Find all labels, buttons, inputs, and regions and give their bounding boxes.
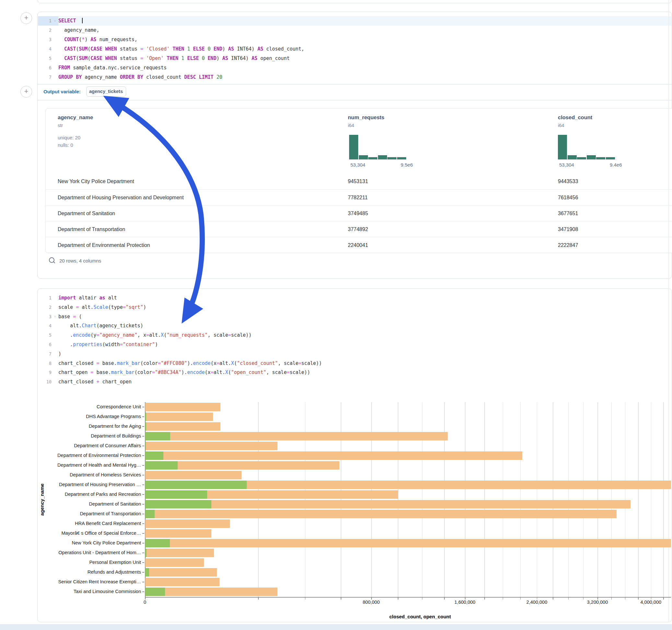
table-row[interactable]: Department of Environmental Protection22… xyxy=(46,237,672,253)
output-variable-field[interactable]: agency_tickets xyxy=(86,87,126,97)
cell-divider xyxy=(38,84,672,84)
x-tick xyxy=(568,598,569,600)
y-axis-label: Mayorâ€ s Office of Special Enforce… xyxy=(41,531,141,536)
open-count-bar xyxy=(145,452,163,460)
open-count-bar xyxy=(145,422,146,431)
x-tick xyxy=(503,598,503,600)
y-axis-label: DHS Advantage Programs xyxy=(41,414,141,419)
open-count-bar xyxy=(145,413,146,421)
fold-gutter xyxy=(51,26,58,35)
table-cell: 2222847 xyxy=(558,237,578,253)
gridline xyxy=(651,402,652,597)
code-line: 10chart_closed + chart_open xyxy=(38,377,671,387)
table-cell: 7782211 xyxy=(348,190,368,205)
table-row[interactable]: Department of Transportation377489234719… xyxy=(46,221,672,237)
y-tick xyxy=(142,475,144,476)
gridline xyxy=(583,402,584,597)
fold-gutter xyxy=(51,321,58,331)
closed-count-bar xyxy=(145,510,617,518)
line-number: 9 xyxy=(38,368,51,377)
line-number: 3 xyxy=(38,35,51,44)
line-number: 7 xyxy=(38,349,51,359)
add-cell-button[interactable]: + xyxy=(20,86,32,98)
closed-count-bar xyxy=(145,500,630,509)
y-tick xyxy=(142,504,144,505)
x-tick xyxy=(638,598,639,600)
open-count-bar xyxy=(145,549,146,557)
closed-count-bar xyxy=(145,539,671,548)
closed-count-bar xyxy=(145,452,522,460)
y-tick xyxy=(142,465,144,466)
line-number: 6 xyxy=(38,63,51,73)
code-line: 2 agency_name, xyxy=(38,26,671,35)
x-axis-tick-label: 2,400,000 xyxy=(526,600,548,605)
code-line: 4 alt.Chart(agency_tickets) xyxy=(38,321,671,331)
fold-chevron-icon[interactable]: ˅ xyxy=(51,312,58,321)
x-tick xyxy=(611,598,612,600)
line-number: 2 xyxy=(38,303,51,312)
table-cell: Department of Transportation xyxy=(58,221,125,237)
table-cell: Department of Environmental Protection xyxy=(58,237,150,253)
column-type: str xyxy=(58,123,63,128)
closed-count-bar xyxy=(145,529,211,538)
x-tick xyxy=(663,598,664,600)
open-count-bar xyxy=(145,539,170,548)
closed-count-bar xyxy=(145,587,278,596)
gridline xyxy=(625,402,626,597)
fold-chevron-icon[interactable]: ˅ xyxy=(51,16,58,26)
gridline xyxy=(568,402,569,597)
closed-count-bar xyxy=(145,568,217,577)
sql-cell: 1˅SELECT 2 agency_name,3 COUNT(*) AS num… xyxy=(37,12,672,279)
y-axis-label: Refunds and Adjustments xyxy=(41,570,141,575)
column-header[interactable]: num_requests xyxy=(348,114,384,121)
gridline xyxy=(553,402,553,597)
column-stat-nulls: nulls: 0 xyxy=(58,142,73,148)
line-number: 8 xyxy=(38,359,51,368)
search-icon[interactable] xyxy=(49,257,54,263)
column-type: i64 xyxy=(558,123,564,128)
table-row[interactable]: New York City Police Department945313194… xyxy=(46,173,672,189)
code-line: 3 COUNT(*) AS num_requests, xyxy=(38,35,671,44)
x-axis-tick-label: 4,000,000 xyxy=(641,600,662,605)
y-tick xyxy=(142,543,144,543)
line-number: 10 xyxy=(38,377,51,387)
histogram-bar xyxy=(568,155,577,160)
sql-editor[interactable]: 1˅SELECT 2 agency_name,3 COUNT(*) AS num… xyxy=(38,16,671,82)
column-histogram xyxy=(349,135,407,160)
table-cell: 3471908 xyxy=(558,221,578,237)
line-number: 2 xyxy=(38,26,51,35)
y-tick xyxy=(142,533,144,534)
y-axis-label: HRA Benefit Card Replacement xyxy=(41,521,141,526)
add-cell-button[interactable]: + xyxy=(20,12,32,24)
line-number: 1 xyxy=(38,16,51,26)
histogram-bar xyxy=(558,135,567,160)
x-tick xyxy=(305,598,306,600)
fold-gutter xyxy=(51,359,58,368)
gridline xyxy=(371,402,372,597)
y-axis-label: Department of Environmental Protection xyxy=(41,453,141,458)
python-cell: 1import altair as alt2scale = alt.Scale(… xyxy=(37,288,672,622)
histogram-bar xyxy=(587,155,596,160)
closed-count-bar xyxy=(145,549,214,557)
column-stat-unique: unique: 20 xyxy=(58,135,80,140)
y-tick xyxy=(142,494,144,495)
table-row[interactable]: Department of Sanitation37494853677651 xyxy=(46,205,672,221)
fold-gutter xyxy=(51,303,58,312)
code-line: 1˅SELECT xyxy=(38,16,671,26)
table-row[interactable]: Department of Housing Preservation and D… xyxy=(46,189,672,205)
column-header[interactable]: agency_name xyxy=(58,114,93,121)
y-axis-label: Department for the Aging xyxy=(41,424,141,429)
column-header[interactable]: closed_count xyxy=(558,114,592,121)
histogram-bar xyxy=(397,157,406,160)
code-line: 5 CAST(SUM(CASE WHEN status = 'Open' THE… xyxy=(38,54,671,63)
code-line: 9chart_open = base.mark_bar(color="#8BC3… xyxy=(38,368,671,377)
fold-gutter xyxy=(51,293,58,303)
closed-count-bar xyxy=(145,519,230,528)
histogram-max-label: 9.4e6 xyxy=(610,162,622,168)
gridline xyxy=(520,402,521,597)
gridline xyxy=(537,402,537,597)
y-axis-label: Correspondence Unit xyxy=(41,405,141,409)
column-type: i64 xyxy=(348,123,354,128)
python-editor[interactable]: 1import altair as alt2scale = alt.Scale(… xyxy=(38,293,671,387)
y-tick xyxy=(142,436,144,437)
